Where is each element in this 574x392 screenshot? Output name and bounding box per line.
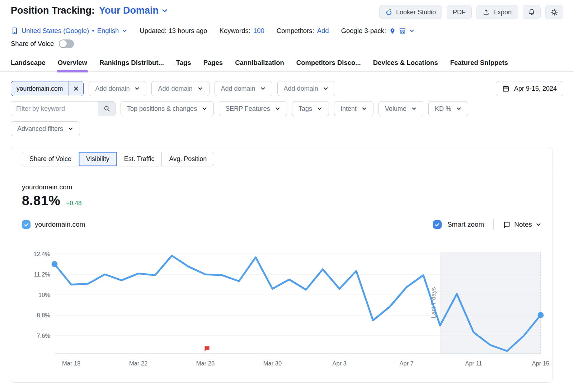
gear-icon xyxy=(550,8,558,16)
legend-divider xyxy=(493,219,494,230)
visibility-value: 8.81% xyxy=(22,193,60,208)
language-link[interactable]: English xyxy=(97,27,119,35)
svg-text:Mar 26: Mar 26 xyxy=(196,360,215,367)
chevron-down-icon xyxy=(536,222,541,227)
remove-domain-button[interactable] xyxy=(68,81,83,96)
notes-button[interactable]: Notes xyxy=(503,221,541,228)
summary-domain: yourdomain.com xyxy=(22,183,541,191)
metric-tabs: Share of VoiceVisibilityEst. TrafficAvg.… xyxy=(22,152,214,166)
keyword-search-button[interactable] xyxy=(98,101,115,116)
metric-tab-avg-position[interactable]: Avg. Position xyxy=(162,152,214,166)
metric-tab-visibility[interactable]: Visibility xyxy=(79,152,117,166)
filter-dropdown-top-positions-changes[interactable]: Top positions & changes xyxy=(121,101,214,116)
add-domain-slot-2[interactable]: Add domain xyxy=(151,81,209,96)
domain-chip-label: yourdomain.com xyxy=(11,85,68,93)
add-domain-label: Add domain xyxy=(95,85,130,93)
updated-status: Updated: 13 hours ago xyxy=(140,27,207,35)
visibility-panel: Share of VoiceVisibilityEst. TrafficAvg.… xyxy=(11,147,552,383)
chevron-down-icon xyxy=(260,86,266,91)
smart-zoom-label: Smart zoom xyxy=(447,221,484,228)
tab-competitors-disco[interactable]: Competitors Disco... xyxy=(296,55,361,71)
chevron-down-icon xyxy=(161,8,168,14)
share-of-voice-toggle[interactable] xyxy=(59,39,74,48)
visibility-change: +0.48 xyxy=(66,200,81,207)
calendar-icon xyxy=(502,85,509,92)
competitors-add-link[interactable]: Add xyxy=(317,27,329,35)
chevron-down-icon xyxy=(456,106,462,112)
svg-text:Mar 18: Mar 18 xyxy=(62,360,80,367)
filter-dropdown-tags[interactable]: Tags xyxy=(292,101,329,116)
looker-studio-label: Looker Studio xyxy=(396,9,436,16)
filter-dropdown-serp-features[interactable]: SERP Features xyxy=(219,101,287,116)
google-pack-label: Google 3-pack: xyxy=(341,27,386,35)
location-link[interactable]: United States (Google) xyxy=(22,27,89,35)
tab-landscape[interactable]: Landscape xyxy=(11,55,46,71)
tab-pages[interactable]: Pages xyxy=(203,55,223,71)
domain-chip: yourdomain.com xyxy=(11,81,84,96)
campaign-meta-row: United States (Google) • English Updated… xyxy=(0,19,574,35)
svg-text:7.6%: 7.6% xyxy=(37,332,50,339)
chevron-down-icon xyxy=(202,106,207,112)
keyword-filter-input[interactable] xyxy=(11,101,98,116)
advanced-filter-row: Advanced filters xyxy=(0,121,574,136)
filter-dropdown-kd[interactable]: KD % xyxy=(428,101,468,116)
filter-dropdown-intent[interactable]: Intent xyxy=(334,101,373,116)
svg-text:11.2%: 11.2% xyxy=(34,271,50,278)
svg-text:8.8%: 8.8% xyxy=(37,312,50,318)
location-pin-icon[interactable] xyxy=(389,27,396,34)
export-icon xyxy=(483,9,490,16)
advanced-filters-button[interactable]: Advanced filters xyxy=(11,121,80,136)
smart-zoom-checkbox[interactable] xyxy=(433,220,442,229)
pdf-label: PDF xyxy=(453,9,466,16)
keywords-count-link[interactable]: 100 xyxy=(253,27,264,35)
add-domain-slot-1[interactable]: Add domain xyxy=(89,81,146,96)
svg-text:10%: 10% xyxy=(38,292,50,298)
svg-text:Apr 11: Apr 11 xyxy=(465,360,482,367)
looker-studio-button[interactable]: Looker Studio xyxy=(379,5,442,19)
notifications-button[interactable] xyxy=(523,5,541,19)
visibility-chart[interactable]: 12.4%11.2%10%8.8%7.6%Last 7 daysMar 18Ma… xyxy=(11,239,552,375)
chevron-down-icon xyxy=(323,86,329,91)
svg-text:Mar 22: Mar 22 xyxy=(129,360,147,367)
section-tabs: LandscapeOverviewRankings Distribut...Ta… xyxy=(0,55,574,72)
metric-tab-share-of-voice[interactable]: Share of Voice xyxy=(22,152,79,166)
filter-dropdown-volume[interactable]: Volume xyxy=(378,101,423,116)
keyword-filter xyxy=(11,101,116,116)
keyword-filter-row: Top positions & changesSERP FeaturesTags… xyxy=(0,101,574,116)
tab-rankings-distribut[interactable]: Rankings Distribut... xyxy=(99,55,164,71)
chevron-down-icon xyxy=(134,86,140,91)
domain-series-checkbox[interactable] xyxy=(22,220,30,229)
tab-overview[interactable]: Overview xyxy=(58,55,87,71)
svg-text:Apr 15: Apr 15 xyxy=(532,360,550,367)
tab-tags[interactable]: Tags xyxy=(176,55,191,71)
tab-featured-snippets[interactable]: Featured Snippets xyxy=(450,55,508,71)
add-domain-label: Add domain xyxy=(284,85,318,93)
tab-cannibalization[interactable]: Cannibalization xyxy=(235,55,284,71)
page-header: Position Tracking: Your Domain Looker St… xyxy=(0,0,574,19)
chevron-down-icon xyxy=(68,126,74,132)
campaign-name: Your Domain xyxy=(99,5,159,16)
add-domain-slot-4[interactable]: Add domain xyxy=(277,81,335,96)
metric-tab-est-traffic[interactable]: Est. Traffic xyxy=(117,152,162,166)
svg-text:Apr 7: Apr 7 xyxy=(399,360,413,367)
looker-studio-icon xyxy=(385,9,392,16)
competitors-label: Competitors: xyxy=(277,27,314,35)
chevron-down-icon[interactable] xyxy=(409,28,415,34)
export-button[interactable]: Export xyxy=(476,5,518,19)
add-domain-label: Add domain xyxy=(221,85,255,93)
add-domain-slot-3[interactable]: Add domain xyxy=(215,81,272,96)
chevron-down-icon xyxy=(361,106,367,112)
date-range-picker[interactable]: Apr 9-15, 2024 xyxy=(496,81,563,96)
pdf-button[interactable]: PDF xyxy=(447,5,472,19)
chevron-down-icon xyxy=(317,106,323,112)
notes-icon xyxy=(503,221,511,228)
chevron-down-icon xyxy=(275,106,281,112)
bell-icon xyxy=(528,8,536,16)
chevron-down-icon[interactable] xyxy=(122,28,127,34)
tab-devices-locations[interactable]: Devices & Locations xyxy=(373,55,438,71)
add-domain-label: Add domain xyxy=(158,85,192,93)
campaign-selector[interactable]: Your Domain xyxy=(99,5,168,16)
settings-button[interactable] xyxy=(545,5,563,19)
local-pack-building-icon[interactable] xyxy=(399,27,406,34)
meta-dot-separator: • xyxy=(92,27,94,35)
